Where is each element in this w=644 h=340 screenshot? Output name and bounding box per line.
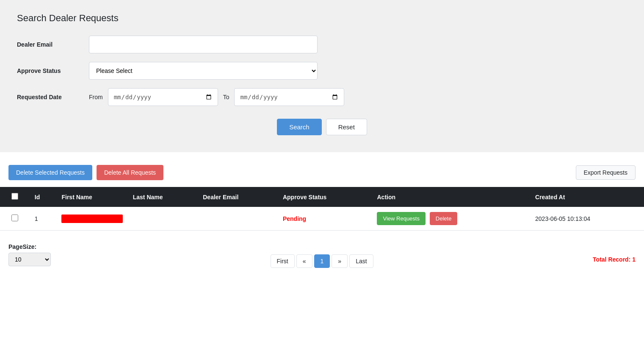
approve-status-row: Approve Status Please Select Pending App… — [17, 62, 627, 80]
col-id: Id — [30, 187, 57, 207]
delete-all-button[interactable]: Delete All Requests — [97, 165, 163, 180]
actions-left: Delete Selected Requests Delete All Requ… — [8, 165, 163, 180]
to-label: To — [223, 94, 229, 100]
requested-date-label: Requested Date — [17, 94, 89, 100]
table-row: 1 Pending View Requests Delete 2023-06-0… — [0, 207, 644, 231]
date-group: From To — [89, 88, 344, 106]
from-label: From — [89, 94, 103, 100]
row-approve-status: Pending — [278, 207, 372, 231]
row-action: View Requests Delete — [372, 207, 530, 231]
col-last-name: Last Name — [128, 187, 198, 207]
col-first-name: First Name — [56, 187, 127, 207]
page-title: Search Dealer Requests — [17, 13, 627, 24]
view-requests-button[interactable]: View Requests — [377, 212, 425, 225]
row-first-name — [56, 207, 127, 231]
dealer-email-label: Dealer Email — [17, 41, 89, 48]
search-panel: Search Dealer Requests Dealer Email Appr… — [0, 0, 644, 152]
select-all-checkbox[interactable] — [11, 193, 18, 200]
export-button[interactable]: Export Requests — [576, 165, 636, 180]
status-badge: Pending — [283, 215, 306, 222]
row-checkbox-cell — [0, 207, 30, 231]
footer-row: PageSize: 10 25 50 100 First « 1 » Last … — [0, 239, 644, 272]
total-record: Total Record: 1 — [593, 256, 636, 263]
dealer-email-input[interactable] — [89, 36, 318, 53]
requests-table: Id First Name Last Name Dealer Email App… — [0, 187, 644, 231]
col-approve-status: Approve Status — [278, 187, 372, 207]
approve-status-select[interactable]: Please Select Pending Approved Rejected — [89, 62, 318, 80]
total-record-value: 1 — [632, 256, 636, 263]
col-checkbox — [0, 187, 30, 207]
page-size-label: PageSize: — [8, 243, 51, 250]
table-header-row: Id First Name Last Name Dealer Email App… — [0, 187, 644, 207]
search-button[interactable]: Search — [277, 119, 322, 135]
requested-date-row: Requested Date From To — [17, 88, 627, 106]
row-id: 1 — [30, 207, 57, 231]
row-checkbox[interactable] — [11, 215, 18, 221]
col-dealer-email: Dealer Email — [198, 187, 278, 207]
from-date-input[interactable] — [108, 88, 218, 106]
actions-right: Export Requests — [576, 165, 636, 180]
actions-bar: Delete Selected Requests Delete All Requ… — [0, 165, 644, 180]
row-dealer-email — [198, 207, 278, 231]
delete-row-button[interactable]: Delete — [430, 212, 458, 225]
row-created-at: 2023-06-05 10:13:04 — [530, 207, 644, 231]
row-last-name — [128, 207, 198, 231]
reset-button[interactable]: Reset — [326, 119, 367, 135]
current-page-button[interactable]: 1 — [314, 254, 330, 268]
prev-page-button[interactable]: « — [296, 254, 312, 268]
page-size-group: PageSize: 10 25 50 100 — [8, 243, 51, 266]
dealer-email-row: Dealer Email — [17, 36, 627, 53]
col-created-at: Created At — [530, 187, 644, 207]
page-size-select[interactable]: 10 25 50 100 — [8, 253, 51, 266]
total-record-label: Total Record: — [593, 256, 630, 263]
approve-status-label: Approve Status — [17, 67, 89, 74]
search-btn-row: Search Reset — [17, 119, 627, 135]
delete-selected-button[interactable]: Delete Selected Requests — [8, 165, 92, 180]
next-page-button[interactable]: » — [332, 254, 348, 268]
first-page-button[interactable]: First — [271, 254, 295, 268]
last-page-button[interactable]: Last — [349, 254, 373, 268]
col-action: Action — [372, 187, 530, 207]
to-date-input[interactable] — [234, 88, 344, 106]
pagination: First « 1 » Last — [271, 254, 373, 268]
redacted-bar — [61, 215, 122, 223]
